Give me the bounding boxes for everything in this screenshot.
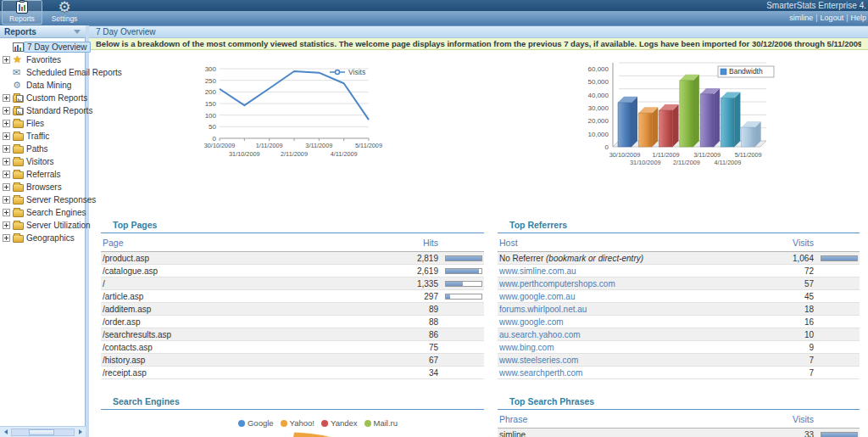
svg-text:250: 250 — [205, 77, 217, 85]
expand-plus-icon[interactable] — [3, 171, 10, 178]
scroll-left-arrow-icon[interactable] — [0, 428, 11, 437]
sidebar-item-server-responses[interactable]: Server Responses — [3, 193, 86, 206]
expand-plus-icon[interactable] — [3, 107, 10, 115]
sidebar-header-label: Reports — [4, 27, 36, 36]
legend-item: Yahoo! — [281, 418, 314, 428]
table-row: /article.asp297 — [101, 290, 484, 303]
reports-icon — [16, 1, 28, 14]
legend-dot-icon — [238, 420, 245, 427]
expand-plus-icon[interactable] — [3, 56, 10, 64]
row-value: 1,335 — [391, 277, 440, 290]
row-label: /searchresults.asp — [103, 330, 171, 339]
logout-link[interactable]: Logout — [821, 14, 844, 22]
top-bar-dark-strip — [0, 0, 868, 11]
row-value: 33 — [766, 429, 815, 437]
sidebar-item-server-utilization[interactable]: Server Utilization — [3, 219, 86, 232]
sidebar-item-label: 7 Day Overview — [24, 42, 91, 53]
sidebar-collapse-icon[interactable] — [74, 30, 81, 34]
host-link[interactable]: www.google.com.au — [499, 292, 576, 301]
reports-nav-button[interactable]: Reports — [2, 0, 42, 25]
row-value: 2,819 — [391, 252, 440, 265]
sidebar-item-label: Favorites — [24, 55, 64, 64]
svg-text:31/10/2009: 31/10/2009 — [630, 159, 661, 166]
host-link[interactable]: www.searchperth.com — [499, 368, 582, 378]
app-brand: SmarterStats Enterprise 4. — [766, 1, 866, 10]
svg-text:150: 150 — [205, 100, 217, 108]
expand-plus-icon[interactable] — [3, 94, 10, 102]
table-row: simline33 — [498, 429, 860, 437]
table-row: /order.asp88 — [101, 316, 484, 328]
sidebar-item-referrals[interactable]: Referrals — [3, 168, 86, 181]
sidebar-item-paths[interactable]: Paths — [3, 143, 86, 155]
scrollbar-thumb[interactable] — [29, 429, 53, 435]
expand-plus-icon[interactable] — [3, 158, 10, 165]
host-link[interactable]: forums.whirlpool.net.au — [499, 305, 587, 314]
sidebar-item-files[interactable]: Files — [3, 117, 86, 130]
sidebar-item-search-engines[interactable]: Search Engines — [3, 206, 86, 219]
row-label: /additem.asp — [103, 305, 151, 314]
svg-text:5/11/2009: 5/11/2009 — [355, 142, 382, 149]
sidebar-item-favorites[interactable]: ★Favorites — [3, 53, 86, 66]
svg-text:3/11/2009: 3/11/2009 — [305, 142, 332, 149]
value-bar — [821, 255, 858, 261]
host-link[interactable]: www.perthcomputershops.com — [499, 279, 615, 289]
legend-dot-icon — [364, 420, 371, 427]
scroll-right-arrow-icon[interactable] — [75, 428, 86, 437]
folder-icon — [13, 210, 24, 217]
sidebar-item-label: Files — [24, 119, 47, 128]
sidebar-item-traffic[interactable]: Traffic — [3, 130, 86, 143]
sidebar-item-label: Referrals — [24, 170, 64, 179]
sidebar-item-custom-reports[interactable]: Custom Reports — [3, 92, 86, 104]
folder-icon — [13, 159, 24, 166]
column-header: Host — [498, 235, 766, 252]
expand-plus-icon[interactable] — [3, 132, 10, 140]
row-value: 57 — [766, 277, 815, 290]
row-label: / — [103, 279, 105, 289]
sidebar-item-geographics[interactable]: Geographics — [3, 232, 86, 244]
row-value: 297 — [391, 290, 440, 303]
expand-plus-icon[interactable] — [3, 183, 10, 191]
row-label: /receipt.asp — [103, 368, 147, 378]
expand-plus-icon[interactable] — [3, 145, 10, 153]
svg-text:300: 300 — [205, 65, 217, 73]
sidebar-horizontal-scrollbar[interactable] — [0, 426, 86, 437]
sidebar-header[interactable]: Reports — [0, 25, 86, 38]
top-pages-title: Top Pages — [101, 218, 484, 233]
settings-nav-button[interactable]: ⚙ Settings — [44, 0, 85, 25]
folder-icon — [13, 235, 24, 243]
sidebar-item-scheduled-email-reports[interactable]: ✉Scheduled Email Reports — [3, 66, 86, 79]
sidebar-item-standard-reports[interactable]: Standard Reports — [3, 104, 86, 117]
host-link[interactable]: www.bing.com — [499, 343, 554, 352]
host-link[interactable]: www.steelseries.com — [499, 356, 578, 365]
expand-plus-icon[interactable] — [3, 196, 10, 204]
expand-plus-icon[interactable] — [3, 221, 10, 229]
host-link[interactable]: www.simline.com.au — [499, 266, 576, 276]
sidebar-item-data-mining[interactable]: ⚙Data Mining — [3, 79, 86, 92]
row-label: /history.asp — [103, 356, 145, 365]
email-icon: ✉ — [13, 68, 24, 77]
sidebar-item-visitors[interactable]: Visitors — [3, 155, 86, 168]
help-link[interactable]: Help — [850, 14, 866, 22]
table-row: au.search.yahoo.com10 — [498, 328, 860, 341]
page-title: 7 Day Overview — [96, 27, 156, 36]
svg-text:60,000: 60,000 — [587, 65, 609, 73]
host-link[interactable]: au.search.yahoo.com — [499, 330, 581, 339]
sidebar-item-7-day-overview[interactable]: 7 Day Overview — [3, 41, 86, 53]
top-referrers-section: Top Referrers HostVisitsNo Referrer (boo… — [498, 218, 860, 379]
scrollbar-track[interactable] — [11, 429, 75, 436]
top-bar-light-strip — [0, 11, 868, 25]
sidebar-item-browsers[interactable]: Browsers — [3, 181, 86, 193]
table-row: /receipt.asp34 — [101, 367, 484, 379]
user-name-link[interactable]: simline — [789, 14, 813, 22]
user-links: simline|Logout|Help — [789, 14, 866, 22]
row-label-note: (bookmark or direct-entry) — [546, 254, 643, 263]
row-label: /product.asp — [103, 254, 149, 263]
svg-text:4/11/2009: 4/11/2009 — [714, 159, 741, 166]
expand-plus-icon[interactable] — [3, 209, 10, 216]
expand-plus-icon[interactable] — [3, 120, 10, 127]
folder-icon — [13, 133, 24, 141]
table-row: www.searchperth.com7 — [498, 367, 860, 379]
host-link[interactable]: www.google.com — [499, 317, 564, 327]
expand-plus-icon[interactable] — [3, 234, 10, 242]
top-search-phrases-title: Top Search Phrases — [498, 395, 860, 410]
